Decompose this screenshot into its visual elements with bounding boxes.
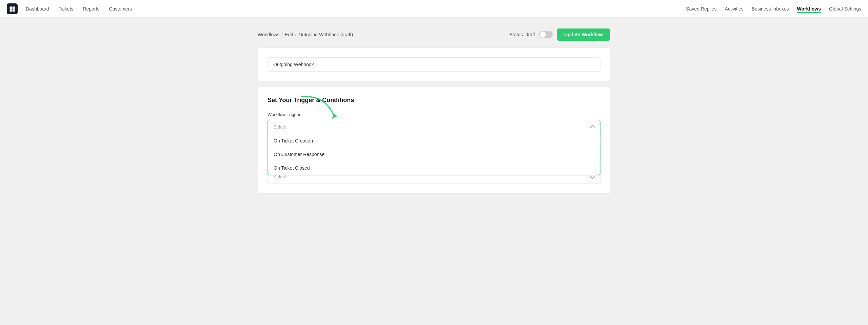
trigger-dropdown-list: On Ticket Creation On Customer Response … <box>268 134 600 175</box>
breadcrumb-sep-1: / <box>281 32 283 37</box>
status-toggle[interactable] <box>539 31 553 38</box>
dropdown-item-ticket-closed[interactable]: On Ticket Closed <box>268 161 600 175</box>
update-workflow-button[interactable]: Update Workflow <box>557 28 610 41</box>
status-label: Status: draft <box>509 32 535 37</box>
nav-business-inboxes[interactable]: Business Inboxes <box>752 5 789 13</box>
topnav-left-links: Dashboard Tickets Reports Customers <box>26 5 686 13</box>
trigger-conditions-card: Set Your Trigger & Conditions Workflow T… <box>258 87 610 194</box>
chevron-up-icon <box>590 125 596 131</box>
svg-rect-1 <box>13 6 15 9</box>
top-navigation: Dashboard Tickets Reports Customers Save… <box>0 0 868 18</box>
nav-reports[interactable]: Reports <box>83 5 99 13</box>
dropdown-item-customer-response[interactable]: On Customer Response <box>268 148 600 161</box>
workflow-trigger-label: Workflow Trigger <box>268 112 600 117</box>
svg-rect-3 <box>13 9 15 12</box>
page-header: Workflows / Edit / Outgoing Webhook (dra… <box>258 28 610 41</box>
breadcrumb-sep-2: / <box>295 32 296 37</box>
nav-customers[interactable]: Customers <box>109 5 132 13</box>
svg-rect-2 <box>10 9 12 12</box>
status-area: Status: draft Update Workflow <box>509 28 610 41</box>
nav-global-settings[interactable]: Global Settings <box>829 5 861 13</box>
logo-icon <box>9 6 15 12</box>
nav-saved-replies[interactable]: Saved Replies <box>686 5 716 13</box>
app-logo[interactable] <box>7 3 18 14</box>
workflow-name-card <box>258 47 610 81</box>
trigger-select-placeholder: Select <box>273 124 287 130</box>
breadcrumb: Workflows / Edit / Outgoing Webhook (dra… <box>258 32 353 37</box>
breadcrumb-page-name: Outgoing Webhook (draft) <box>298 32 353 37</box>
topnav-right-links: Saved Replies Activities Business Inboxe… <box>686 5 861 13</box>
breadcrumb-workflows[interactable]: Workflows <box>258 32 279 37</box>
nav-tickets[interactable]: Tickets <box>59 5 74 13</box>
trigger-select[interactable]: Select <box>268 120 600 134</box>
trigger-area: Workflow Trigger Select On Ticket Creati… <box>268 112 600 134</box>
nav-workflows[interactable]: Workflows <box>797 5 821 13</box>
main-content: Workflows / Edit / Outgoing Webhook (dra… <box>231 18 637 210</box>
breadcrumb-edit: Edit <box>285 32 293 37</box>
svg-rect-0 <box>10 6 12 9</box>
dropdown-item-ticket-creation[interactable]: On Ticket Creation <box>268 134 600 148</box>
nav-activities[interactable]: Activities <box>725 5 744 13</box>
nav-dashboard[interactable]: Dashboard <box>26 5 49 13</box>
section-title-trigger: Set Your Trigger & Conditions <box>268 97 600 104</box>
trigger-select-wrapper: Select On Ticket Creation On Customer Re… <box>268 120 600 134</box>
workflow-name-input[interactable] <box>268 57 600 72</box>
